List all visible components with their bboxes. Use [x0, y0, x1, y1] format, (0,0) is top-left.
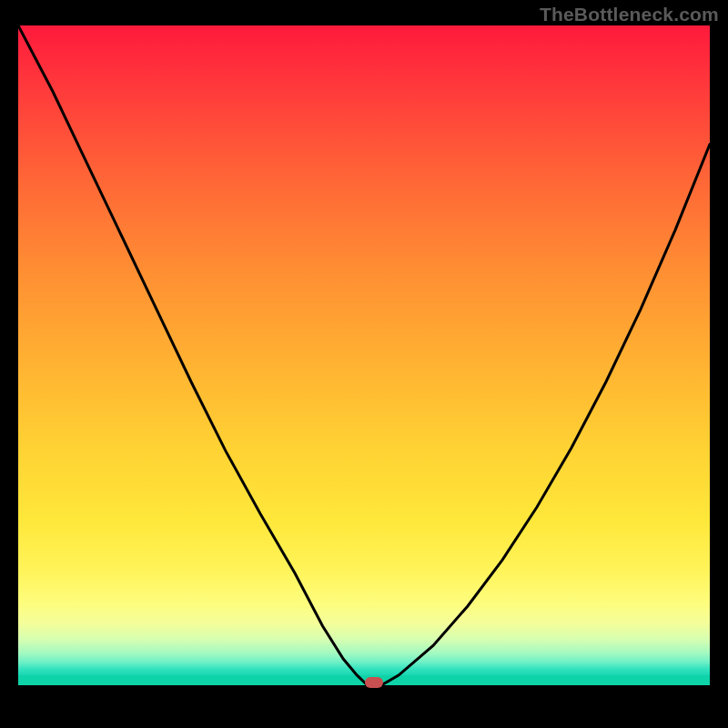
- plot-area: [18, 25, 710, 703]
- current-config-marker: [365, 677, 383, 688]
- curve-path: [18, 25, 710, 685]
- chart-frame: TheBottleneck.com: [0, 0, 728, 728]
- bottleneck-curve: [18, 25, 710, 703]
- attribution-text: TheBottleneck.com: [540, 4, 719, 25]
